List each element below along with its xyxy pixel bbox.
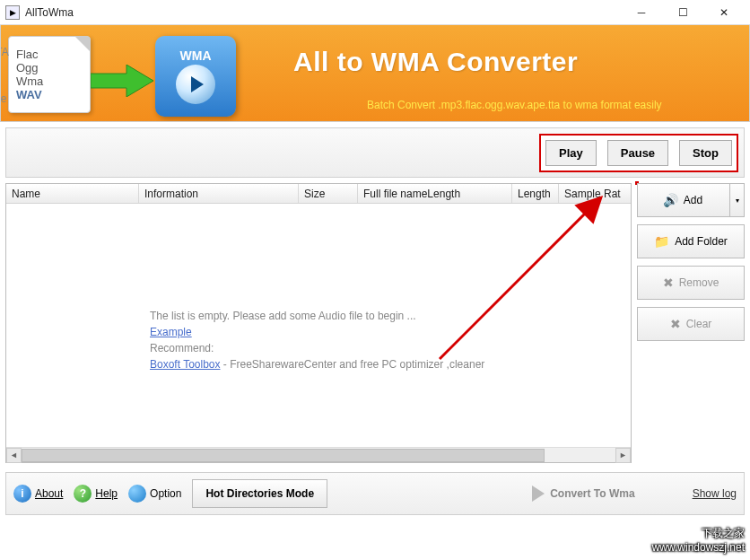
convert-label: Convert To Wma bbox=[550, 487, 634, 500]
col-length[interactable]: Length bbox=[512, 184, 559, 203]
add-folder-label: Add Folder bbox=[675, 235, 728, 248]
minimize-button[interactable]: ─ bbox=[621, 1, 662, 24]
scroll-thumb[interactable] bbox=[22, 449, 545, 462]
banner-title: All to WMA Converter bbox=[293, 47, 578, 77]
arrow-icon bbox=[91, 65, 153, 97]
col-information[interactable]: Information bbox=[139, 184, 299, 203]
footer-bar: i About ? Help Option Hot Directories Mo… bbox=[5, 472, 745, 515]
maximize-button[interactable]: ☐ bbox=[662, 1, 703, 24]
play-button-group: Play Pause Stop bbox=[539, 134, 738, 172]
watermark: 下载之家 www.windowszj.net bbox=[652, 526, 745, 555]
source-formats-icon: Flac Ogg Wma WAV TTA Ape bbox=[8, 36, 91, 113]
help-icon: ? bbox=[74, 485, 92, 503]
scroll-right-icon[interactable]: ► bbox=[615, 448, 631, 463]
option-button[interactable]: Option bbox=[128, 485, 181, 503]
horizontal-scrollbar[interactable]: ◄ ► bbox=[6, 447, 631, 462]
clear-icon: ✖ bbox=[670, 317, 681, 331]
option-label: Option bbox=[150, 487, 181, 500]
help-button[interactable]: ? Help bbox=[74, 485, 118, 503]
folder-plus-icon: 📁 bbox=[654, 234, 669, 249]
hot-directories-button[interactable]: Hot Directories Mode bbox=[192, 479, 327, 508]
remove-button[interactable]: ✖ Remove bbox=[637, 266, 745, 300]
help-label: Help bbox=[95, 487, 118, 500]
show-log-link[interactable]: Show log bbox=[693, 487, 737, 500]
banner-subtitle: Batch Convert .mp3.flac.ogg.wav.ape.tta … bbox=[367, 99, 662, 111]
wma-target-icon: WMA bbox=[155, 36, 236, 117]
col-size[interactable]: Size bbox=[299, 184, 358, 203]
scroll-left-icon[interactable]: ◄ bbox=[6, 448, 22, 463]
window-title: AllToWma bbox=[25, 6, 74, 19]
about-button[interactable]: i About bbox=[13, 485, 63, 503]
about-label: About bbox=[35, 487, 63, 500]
speaker-plus-icon: 🔊 bbox=[663, 193, 678, 207]
file-list-body[interactable]: The list is empty. Please add some Audio… bbox=[6, 204, 631, 447]
titlebar: ▶ AllToWma ─ ☐ ✕ bbox=[0, 0, 750, 25]
banner: Flac Ogg Wma WAV TTA Ape WMA All to WMA … bbox=[0, 25, 750, 122]
add-dropdown[interactable]: ▾ bbox=[729, 184, 744, 216]
add-label: Add bbox=[684, 194, 702, 206]
convert-button[interactable]: Convert To Wma bbox=[532, 486, 634, 502]
close-button[interactable]: ✕ bbox=[703, 1, 745, 24]
stop-button[interactable]: Stop bbox=[679, 140, 732, 166]
play-button[interactable]: Play bbox=[545, 140, 597, 166]
col-samplerate[interactable]: Sample Rat bbox=[559, 184, 631, 203]
convert-icon bbox=[532, 486, 545, 502]
remove-icon: ✖ bbox=[663, 276, 674, 290]
svg-marker-0 bbox=[91, 65, 153, 97]
pause-button[interactable]: Pause bbox=[607, 140, 668, 166]
example-link[interactable]: Example bbox=[150, 326, 192, 338]
empty-message: The list is empty. Please add some Audio… bbox=[150, 308, 484, 372]
remove-label: Remove bbox=[679, 276, 719, 289]
file-list: Name Information Size Full file nameLeng… bbox=[5, 183, 632, 463]
add-button[interactable]: 🔊 Add ▾ bbox=[637, 183, 745, 217]
col-fullname[interactable]: Full file nameLength bbox=[358, 184, 512, 203]
col-name[interactable]: Name bbox=[6, 184, 139, 203]
clear-button[interactable]: ✖ Clear bbox=[637, 307, 745, 341]
clear-label: Clear bbox=[686, 318, 712, 330]
file-list-header: Name Information Size Full file nameLeng… bbox=[6, 184, 631, 204]
gear-icon bbox=[128, 485, 146, 503]
toolbox-link[interactable]: Boxoft Toolbox bbox=[150, 358, 221, 371]
play-circle-icon bbox=[176, 65, 215, 104]
add-folder-button[interactable]: 📁 Add Folder bbox=[637, 224, 745, 258]
info-icon: i bbox=[13, 485, 31, 503]
app-icon: ▶ bbox=[5, 5, 20, 20]
play-toolbar: Play Pause Stop bbox=[5, 127, 745, 178]
sidebar-buttons: 🔊 Add ▾ 📁 Add Folder ✖ Remove ✖ Clear bbox=[637, 183, 745, 463]
